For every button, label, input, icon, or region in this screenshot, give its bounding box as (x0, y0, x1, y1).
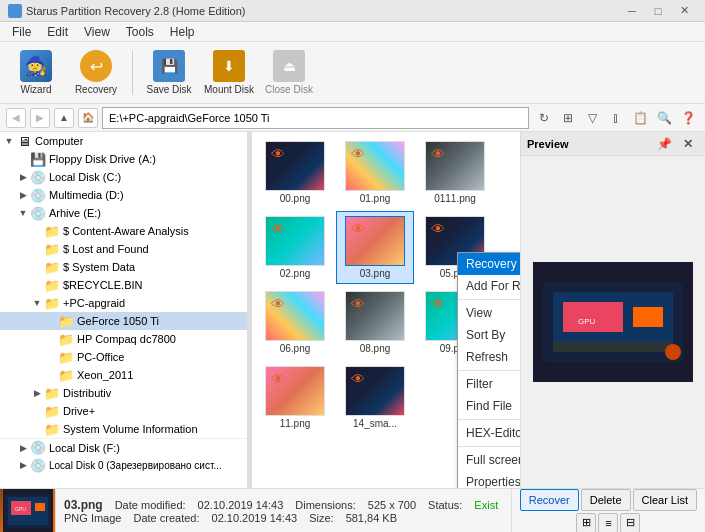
file-item[interactable]: 👁 08.png (336, 286, 414, 359)
file-item-selected[interactable]: 👁 03.png (336, 211, 414, 284)
expand-icon: ▼ (2, 136, 16, 146)
ctx-refresh[interactable]: Refresh (458, 346, 520, 368)
ctx-recovery[interactable]: Recovery Ctrl+R (458, 253, 520, 275)
menu-edit[interactable]: Edit (39, 23, 76, 41)
expand-icon: ▶ (30, 388, 44, 398)
ctx-fullscreen[interactable]: Full screen preview Alt+Enter (458, 449, 520, 471)
file-name: 01.png (360, 193, 391, 204)
tree-label: Drive+ (63, 405, 95, 417)
ctx-find-file[interactable]: Find File Ctrl+F (458, 395, 520, 417)
eye-overlay-icon: 👁 (428, 294, 448, 314)
folder-icon: 📁 (44, 385, 60, 401)
preview-pin-icon[interactable]: 📌 (653, 133, 675, 155)
tree-item-xeon[interactable]: 📁 Xeon_2011 (0, 366, 247, 384)
expand-icon: ▼ (30, 298, 44, 308)
file-item[interactable]: 👁 02.png (256, 211, 334, 284)
tree-item-lost-found[interactable]: 📁 $ Lost and Found (0, 240, 247, 258)
tree-label: Local Disk (C:) (49, 171, 121, 183)
folder-icon: 📁 (44, 259, 60, 275)
up-button[interactable]: ▲ (54, 108, 74, 128)
file-item[interactable]: 👁 06.png (256, 286, 334, 359)
tree-label: Distributiv (63, 387, 111, 399)
file-name: 08.png (360, 343, 391, 354)
tree-label: Xeon_2011 (77, 369, 133, 381)
view-icons: ⊞ ≡ ⊟ (576, 513, 640, 533)
maximize-button[interactable]: □ (645, 0, 671, 22)
recover-button[interactable]: Recover (520, 489, 579, 511)
address-input[interactable] (102, 107, 529, 129)
home-button[interactable]: 🏠 (78, 108, 98, 128)
file-grid[interactable]: 👁 00.png 👁 01.png 👁 0111.png (252, 132, 520, 488)
tree-item-multimedia-d[interactable]: ▶ 💿 Multimedia (D:) (0, 186, 247, 204)
tree-label: Local Disk 0 (Зарезервировано сист... (49, 460, 222, 471)
file-item[interactable]: 👁 14_sma... (336, 361, 414, 434)
tree-item-local-f[interactable]: ▶ 💿 Local Disk (F:) (0, 438, 247, 456)
save-disk-button[interactable]: 💾 Save Disk (141, 46, 197, 100)
file-item[interactable]: 👁 0111.png (416, 136, 494, 209)
menu-file[interactable]: File (4, 23, 39, 41)
columns-icon[interactable]: ⫿ (605, 107, 627, 129)
grid-view-icon[interactable]: ⊞ (557, 107, 579, 129)
mount-disk-button[interactable]: ⬇ Mount Disk (201, 46, 257, 100)
tree-item-system-data[interactable]: 📁 $ System Data (0, 258, 247, 276)
grid-icon[interactable]: ⊞ (576, 513, 596, 533)
ctx-hex-label: HEX-Editor (466, 426, 520, 440)
menu-help[interactable]: Help (162, 23, 203, 41)
refresh-icon[interactable]: ↻ (533, 107, 555, 129)
close-disk-icon: ⏏ (273, 50, 305, 82)
help-icon[interactable]: ❓ (677, 107, 699, 129)
preview-close-icon[interactable]: ✕ (677, 133, 699, 155)
wizard-button[interactable]: 🧙 Wizard (8, 46, 64, 100)
recovery-button[interactable]: ↩ Recovery (68, 46, 124, 100)
delete-button[interactable]: Delete (581, 489, 631, 511)
file-item[interactable]: 👁 00.png (256, 136, 334, 209)
ctx-sort-by[interactable]: Sort By ▶ (458, 324, 520, 346)
tree-item-recycle-bin[interactable]: 📁 $RECYCLE.BIN (0, 276, 247, 294)
ctx-filter[interactable]: Filter ▶ (458, 373, 520, 395)
file-item[interactable]: 👁 01.png (336, 136, 414, 209)
tree-item-floppy[interactable]: 💾 Floppy Disk Drive (A:) (0, 150, 247, 168)
file-name: 06.png (280, 343, 311, 354)
menu-tools[interactable]: Tools (118, 23, 162, 41)
wizard-icon: 🧙 (20, 50, 52, 82)
file-item[interactable]: 👁 11.png (256, 361, 334, 434)
preview-title: Preview (527, 138, 569, 150)
tree-item-sys-vol-info[interactable]: 📁 System Volume Information (0, 420, 247, 438)
filter-icon[interactable]: ▽ (581, 107, 603, 129)
tree-item-pc-apgraid[interactable]: ▼ 📁 +PC-apgraid (0, 294, 247, 312)
ctx-hex-editor[interactable]: HEX-Editor Ctrl+H (458, 422, 520, 444)
ctx-properties[interactable]: Properties (458, 471, 520, 488)
menu-view[interactable]: View (76, 23, 118, 41)
ctx-view[interactable]: View ▶ (458, 302, 520, 324)
folder-icon: 📁 (44, 295, 60, 311)
details-icon[interactable]: ⊟ (620, 513, 640, 533)
file-panel: 👁 00.png 👁 01.png 👁 0111.png (252, 132, 520, 488)
preview-controls: 📌 ✕ (653, 133, 699, 155)
close-button[interactable]: ✕ (671, 0, 697, 22)
tree-item-distributiv[interactable]: ▶ 📁 Distributiv (0, 384, 247, 402)
tree-item-content-aware[interactable]: 📁 $ Content-Aware Analysis (0, 222, 247, 240)
minimize-button[interactable]: ─ (619, 0, 645, 22)
preview-image-area: GPU (521, 156, 705, 488)
tree-item-geforce[interactable]: 📁 GeForce 1050 Ti (0, 312, 247, 330)
ctx-add-for-recovery[interactable]: Add For Recovery (458, 275, 520, 297)
tree-item-computer[interactable]: ▼ 🖥 Computer (0, 132, 247, 150)
clear-list-button[interactable]: Clear List (633, 489, 697, 511)
tree-item-drive-plus[interactable]: 📁 Drive+ (0, 402, 247, 420)
save-list-icon[interactable]: 📋 (629, 107, 651, 129)
list-icon[interactable]: ≡ (598, 513, 618, 533)
ctx-properties-label: Properties (466, 475, 520, 488)
app-icon (8, 4, 22, 18)
search-icon[interactable]: 🔍 (653, 107, 675, 129)
forward-button[interactable]: ▶ (30, 108, 50, 128)
close-disk-button[interactable]: ⏏ Close Disk (261, 46, 317, 100)
tree-item-local-c[interactable]: ▶ 💿 Local Disk (C:) (0, 168, 247, 186)
back-button[interactable]: ◀ (6, 108, 26, 128)
disk-0-icon: 💿 (30, 457, 46, 473)
mount-disk-icon: ⬇ (213, 50, 245, 82)
tree-item-local-disk-0[interactable]: ▶ 💿 Local Disk 0 (Зарезервировано сист..… (0, 456, 247, 474)
tree-item-pc-office[interactable]: 📁 PC-Office (0, 348, 247, 366)
ctx-fullscreen-label: Full screen preview (466, 453, 520, 467)
tree-item-hp-compaq[interactable]: 📁 HP Compaq dc7800 (0, 330, 247, 348)
tree-item-arhive-e[interactable]: ▼ 💿 Arhive (E:) (0, 204, 247, 222)
